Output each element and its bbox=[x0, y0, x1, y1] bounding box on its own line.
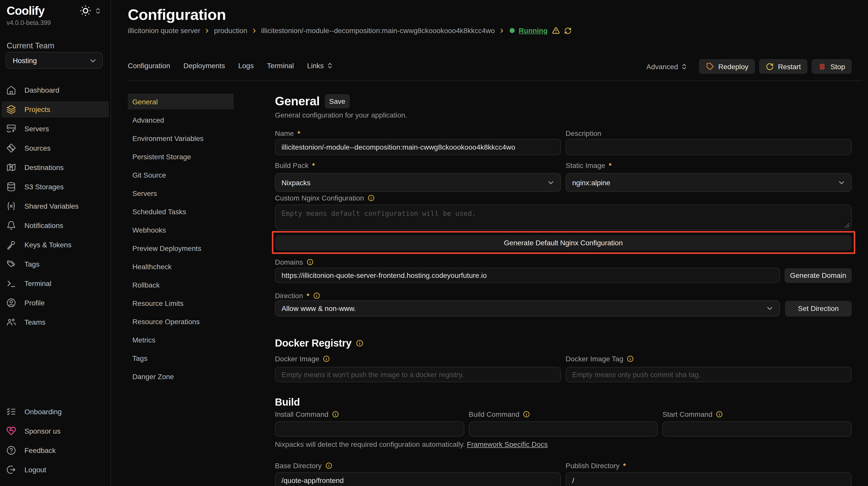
set-direction-button[interactable]: Set Direction bbox=[785, 300, 852, 316]
install-command-label: Install Command bbox=[275, 410, 464, 419]
subnav-item-danger-zone[interactable]: Danger Zone bbox=[128, 368, 234, 384]
sidebar-item-profile[interactable]: Profile bbox=[2, 295, 109, 311]
tab-logs[interactable]: Logs bbox=[238, 62, 254, 70]
generate-domain-button[interactable]: Generate Domain bbox=[784, 268, 852, 283]
direction-select[interactable]: Allow www & non-www. bbox=[275, 300, 780, 317]
subnav-item-tags[interactable]: Tags bbox=[128, 350, 234, 366]
theme-selector-button[interactable] bbox=[94, 5, 102, 17]
sidebar-item-logout[interactable]: Logout bbox=[2, 461, 109, 478]
warning-triangle-icon[interactable] bbox=[552, 27, 560, 35]
advanced-dropdown[interactable]: Advanced bbox=[646, 62, 688, 70]
sidebar-item-onboarding[interactable]: Onboarding bbox=[2, 403, 109, 420]
breadcrumb-application[interactable]: illicitestonion/-module--decomposition:m… bbox=[261, 27, 495, 35]
publish-directory-input[interactable] bbox=[566, 472, 852, 486]
name-input[interactable] bbox=[275, 139, 561, 155]
save-button[interactable]: Save bbox=[325, 94, 350, 108]
description-input[interactable] bbox=[566, 139, 852, 155]
sidebar-item-terminal[interactable]: Terminal bbox=[2, 275, 109, 292]
breadcrumb-environment[interactable]: production bbox=[214, 27, 247, 35]
stop-button[interactable]: Stop bbox=[811, 59, 852, 74]
static-image-select[interactable]: nginx:alpine bbox=[566, 173, 852, 192]
domains-input[interactable] bbox=[275, 268, 780, 283]
chevron-right-icon bbox=[251, 28, 257, 33]
heart-icon bbox=[6, 426, 16, 436]
status-badge[interactable]: Running bbox=[519, 27, 548, 35]
subnav-item-servers[interactable]: Servers bbox=[128, 185, 234, 201]
info-icon[interactable] bbox=[313, 292, 320, 299]
redeploy-icon bbox=[706, 62, 714, 71]
subnav-item-resource-limits[interactable]: Resource Limits bbox=[128, 295, 234, 311]
info-icon[interactable] bbox=[325, 462, 333, 469]
bell-icon bbox=[6, 220, 16, 230]
restart-button[interactable]: Restart bbox=[759, 59, 807, 74]
help-circle-icon bbox=[6, 445, 16, 455]
refresh-icon[interactable] bbox=[564, 27, 571, 34]
sidebar-item-tags[interactable]: Tags bbox=[2, 256, 109, 272]
build-pack-value: Nixpacks bbox=[282, 179, 311, 187]
sidebar-item-servers[interactable]: Servers bbox=[2, 121, 109, 137]
docker-image-input[interactable] bbox=[275, 367, 561, 382]
tab-label: Deployments bbox=[184, 62, 225, 70]
coolify-app: Coolify v4.0.0-beta.399 Current Team Hos… bbox=[0, 0, 868, 486]
info-icon[interactable] bbox=[368, 194, 375, 201]
sidebar-item-sponsor-us[interactable]: Sponsor us bbox=[2, 423, 109, 439]
sidebar-item-notifications[interactable]: Notifications bbox=[2, 217, 109, 234]
info-icon[interactable] bbox=[627, 355, 634, 362]
subnav-label: Danger Zone bbox=[132, 372, 174, 380]
subnav-item-persistent-storage[interactable]: Persistent Storage bbox=[128, 149, 234, 164]
subnav-item-healthcheck[interactable]: Healthcheck bbox=[128, 259, 234, 274]
subnav-item-general[interactable]: General bbox=[128, 94, 234, 109]
subnav-item-scheduled-tasks[interactable]: Scheduled Tasks bbox=[128, 203, 234, 219]
sidebar-item-label: Profile bbox=[25, 299, 44, 307]
subnav-item-metrics[interactable]: Metrics bbox=[128, 332, 234, 348]
docker-image-tag-input[interactable] bbox=[566, 367, 852, 382]
sidebar-item-teams[interactable]: Teams bbox=[2, 314, 109, 330]
subnav-item-resource-operations[interactable]: Resource Operations bbox=[128, 314, 234, 329]
generate-nginx-button[interactable]: Generate Default Nginx Configuration bbox=[275, 235, 852, 250]
subnav-item-advanced[interactable]: Advanced bbox=[128, 112, 234, 128]
custom-nginx-label: Custom Nginx Configuration bbox=[275, 193, 852, 202]
sidebar-item-label: S3 Storages bbox=[25, 183, 64, 191]
sidebar-item-sources[interactable]: Sources bbox=[2, 140, 109, 156]
subnav-item-webhooks[interactable]: Webhooks bbox=[128, 222, 234, 238]
start-command-input[interactable] bbox=[662, 421, 852, 436]
build-pack-select[interactable]: Nixpacks bbox=[275, 173, 561, 192]
subnav-item-preview-deployments[interactable]: Preview Deployments bbox=[128, 240, 234, 256]
sidebar-item-dashboard[interactable]: Dashboard bbox=[2, 82, 109, 98]
custom-nginx-textarea-wrap bbox=[275, 204, 852, 230]
subnav-item-git-source[interactable]: Git Source bbox=[128, 167, 234, 183]
sidebar-item-projects[interactable]: Projects bbox=[2, 101, 109, 118]
logout-icon bbox=[6, 465, 16, 475]
home-icon bbox=[6, 85, 16, 95]
tab-links[interactable]: Links bbox=[307, 62, 334, 70]
tab-terminal[interactable]: Terminal bbox=[267, 62, 294, 70]
info-icon[interactable] bbox=[356, 339, 364, 347]
subnav-label: Healthcheck bbox=[132, 262, 172, 270]
framework-docs-link[interactable]: Framework Specific Docs bbox=[467, 440, 548, 448]
sidebar-item-shared-variables[interactable]: Shared Variables bbox=[2, 198, 109, 214]
build-command-input[interactable] bbox=[469, 421, 658, 436]
breadcrumb-project[interactable]: illicitonion quote server bbox=[128, 27, 200, 35]
sidebar-item-s3-storages[interactable]: S3 Storages bbox=[2, 179, 109, 195]
section-title-general: General bbox=[275, 94, 320, 108]
info-icon[interactable] bbox=[332, 411, 339, 418]
sidebar-item-feedback[interactable]: Feedback bbox=[2, 442, 109, 458]
info-icon[interactable] bbox=[323, 355, 330, 362]
sidebar-item-destinations[interactable]: Destinations bbox=[2, 159, 109, 175]
info-icon[interactable] bbox=[716, 411, 723, 418]
install-command-input[interactable] bbox=[275, 421, 464, 436]
base-directory-input[interactable] bbox=[275, 472, 561, 486]
subnav-item-environment-variables[interactable]: Environment Variables bbox=[128, 130, 234, 146]
custom-nginx-textarea[interactable] bbox=[275, 205, 851, 229]
subnav-item-rollback[interactable]: Rollback bbox=[128, 277, 234, 293]
team-select[interactable]: Hosting bbox=[6, 52, 103, 69]
tab-configuration[interactable]: Configuration bbox=[128, 62, 170, 70]
redeploy-button[interactable]: Redeploy bbox=[699, 59, 755, 74]
info-icon[interactable] bbox=[523, 411, 530, 418]
theme-toggle-button[interactable] bbox=[78, 3, 93, 18]
sidebar-footer-nav: Onboarding Sponsor us Feedback Logout bbox=[0, 403, 111, 481]
info-icon[interactable] bbox=[307, 259, 314, 266]
sidebar-item-keys-tokens[interactable]: Keys & Tokens bbox=[2, 237, 109, 253]
header-divider bbox=[128, 80, 862, 81]
tab-deployments[interactable]: Deployments bbox=[184, 62, 225, 70]
